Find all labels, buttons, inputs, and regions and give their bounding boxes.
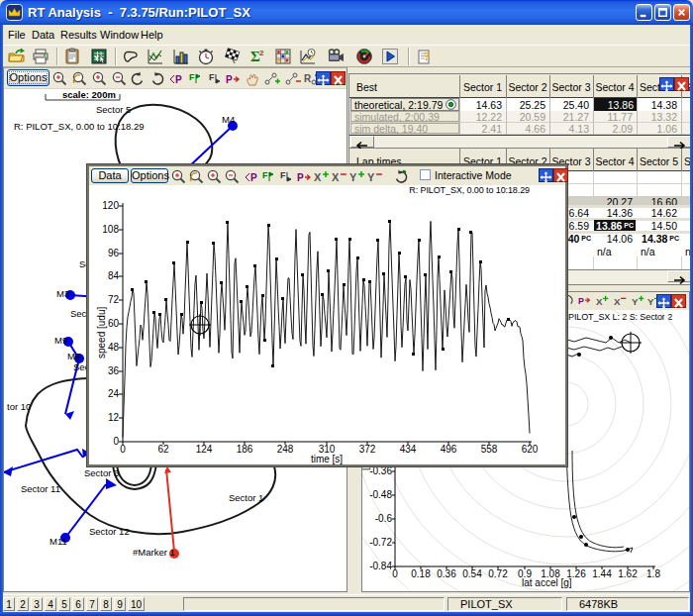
svg-text:0: 0 — [113, 436, 119, 447]
svg-text:96: 96 — [108, 248, 120, 258]
svg-text:M4: M4 — [222, 114, 235, 125]
svg-text:0.18: 0.18 — [411, 568, 431, 579]
svg-text:lat accel [g]: lat accel [g] — [522, 577, 572, 588]
svg-text:Y: Y — [647, 296, 654, 307]
svg-text:72: 72 — [108, 294, 120, 305]
svg-text:0: 0 — [392, 568, 398, 579]
svg-text:186: 186 — [237, 444, 253, 455]
svg-text:124: 124 — [196, 444, 213, 455]
svg-text:1.62: 1.62 — [618, 568, 638, 579]
svg-text:248: 248 — [277, 444, 294, 455]
svg-text:speed [udu]: speed [udu] — [96, 307, 107, 359]
svg-text:Y: Y — [349, 171, 357, 183]
svg-text:M3: M3 — [56, 288, 69, 299]
svg-text:62: 62 — [157, 444, 169, 455]
svg-text:0: 0 — [120, 444, 126, 455]
svg-text:2: 2 — [259, 49, 264, 57]
svg-text:F: F — [189, 72, 195, 82]
svg-text:Sector 1: Sector 1 — [229, 492, 263, 503]
svg-text:X: X — [614, 296, 621, 307]
svg-text:48: 48 — [108, 342, 120, 353]
svg-text:?: ? — [424, 49, 431, 63]
svg-text:M11: M11 — [50, 536, 67, 547]
svg-text:X: X — [332, 171, 340, 183]
svg-text:-0.6: -0.6 — [375, 513, 393, 524]
svg-text:P: P — [578, 296, 584, 306]
svg-text:P: P — [297, 172, 304, 183]
svg-text:X: X — [596, 296, 603, 307]
svg-text:84: 84 — [108, 270, 120, 281]
svg-text:620: 620 — [522, 444, 539, 455]
svg-text:496: 496 — [441, 444, 457, 455]
svg-text:120: 120 — [102, 200, 119, 211]
svg-text:scale: 200m: scale: 200m — [62, 89, 116, 100]
svg-text:0.54: 0.54 — [462, 568, 482, 579]
svg-text:558: 558 — [481, 444, 498, 455]
svg-text:Y: Y — [94, 54, 99, 61]
svg-text:F: F — [209, 72, 215, 82]
svg-text:F: F — [280, 170, 286, 180]
svg-text:R: R — [304, 73, 312, 84]
svg-text:R: PILOT_SX, 0.00 to 10:18.29: R: PILOT_SX, 0.00 to 10:18.29 — [14, 121, 145, 132]
svg-text:372: 372 — [359, 444, 376, 455]
svg-text:-0.84: -0.84 — [369, 561, 392, 571]
svg-text:#Marker 1: #Marker 1 — [133, 547, 175, 558]
svg-text:Sector 3: Sector 3 — [84, 467, 119, 478]
svg-text:P: P — [226, 74, 233, 85]
svg-text:Sector 5: Sector 5 — [96, 104, 131, 115]
svg-text:Sector 12: Sector 12 — [89, 526, 130, 537]
svg-text:12: 12 — [108, 412, 120, 423]
svg-text:0.36: 0.36 — [437, 568, 456, 579]
svg-text:Y: Y — [367, 171, 375, 183]
svg-text:P: P — [250, 172, 257, 183]
svg-text:0.72: 0.72 — [488, 568, 508, 579]
svg-text:24: 24 — [108, 388, 120, 399]
svg-text:tor 10: tor 10 — [7, 401, 31, 412]
svg-text:36: 36 — [108, 365, 120, 376]
svg-text:F: F — [262, 170, 268, 180]
svg-text:1.44: 1.44 — [592, 568, 612, 579]
svg-text:P: P — [175, 74, 182, 85]
svg-text:time [s]: time [s] — [311, 454, 343, 464]
svg-text:108: 108 — [102, 224, 119, 235]
svg-text:M9: M9 — [67, 351, 80, 361]
svg-text:-0.72: -0.72 — [369, 537, 392, 548]
svg-text:-0.48: -0.48 — [369, 489, 392, 500]
svg-text:Y: Y — [632, 296, 639, 307]
svg-text:60: 60 — [108, 318, 120, 329]
svg-text:X: X — [314, 171, 322, 183]
svg-text:1.8: 1.8 — [646, 568, 660, 579]
svg-text:Sector 11: Sector 11 — [21, 483, 60, 494]
svg-text:434: 434 — [400, 444, 417, 455]
svg-text:-0.36: -0.36 — [369, 465, 392, 476]
svg-text:M9: M9 — [54, 335, 67, 346]
